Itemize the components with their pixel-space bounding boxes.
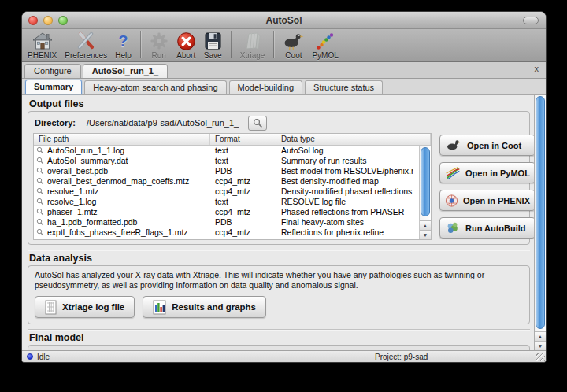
open-in-phenix-button[interactable]: Open in PHENIX [439, 190, 534, 211]
toolbar-button-xtriage[interactable]: Xtriage [236, 30, 269, 61]
column-header-file-path[interactable]: File path [34, 134, 210, 145]
status-led-icon [27, 353, 33, 360]
section-divider [28, 250, 530, 250]
table-row[interactable]: AutoSol_run_1_1.logtextAutoSol log [34, 146, 431, 156]
table-row[interactable]: overall_best.pdbPDBBest model from RESOL… [34, 166, 431, 176]
toolbar-button-save[interactable]: Save [200, 30, 226, 61]
open-in-coot-button[interactable]: Open in Coot [439, 135, 534, 156]
output-files-groupbox: Directory: /Users/nat/data/p9-sad/AutoSo… [28, 111, 530, 245]
data-type-cell: Best density-modified map [276, 176, 413, 187]
autosol-window: AutoSol PHENIX [21, 11, 547, 363]
table-scrollbar[interactable]: ▲ ▼ [419, 146, 431, 239]
file-path-cell: exptl_fobs_phases_freeR_flags_1.mtz [47, 227, 188, 238]
data-analysis-groupbox: AutoSol has analyzed your X-ray data wit… [28, 265, 530, 324]
section-tab-bar: Summary Heavy-atom search and phasing Mo… [22, 79, 546, 95]
format-cell: ccp4_mtz [210, 187, 276, 197]
format-cell: ccp4_mtz [210, 207, 276, 217]
toolbar-button-pymol[interactable]: PyMOL [308, 30, 342, 61]
toolbar-toggle-button[interactable] [523, 17, 539, 24]
toolbar-button-coot[interactable]: Coot [279, 30, 308, 61]
toolbar-button-help[interactable]: ? Help [111, 30, 135, 61]
data-type-cell: Best model from RESOLVE/phenix.refine [276, 166, 413, 176]
minimize-window-button[interactable] [43, 16, 53, 25]
column-header-data-type[interactable]: Data type [276, 134, 413, 145]
table-row[interactable]: resolve_1.logtextRESOLVE log file [34, 197, 431, 207]
resize-grip[interactable] [536, 353, 545, 361]
xtriage-log-file-button[interactable]: Xtriage log file [35, 296, 135, 318]
data-type-cell: Density-modified phased reflections fro.… [276, 187, 413, 197]
title-bar[interactable]: AutoSol [22, 12, 546, 29]
main-scrollbar-thumb[interactable] [536, 96, 545, 329]
magnifier-icon [36, 218, 44, 227]
scroll-up-icon[interactable]: ▲ [420, 220, 431, 230]
table-row[interactable]: exptl_fobs_phases_freeR_flags_1.mtzccp4_… [34, 227, 431, 238]
data-type-cell: Final heavy-atom sites [276, 217, 413, 227]
column-header-blank [413, 134, 431, 145]
tab-summary[interactable]: Summary [25, 80, 82, 94]
tab-close-icon[interactable]: x [535, 65, 539, 73]
data-type-cell: Summary of run results [276, 156, 413, 166]
phenix-home-icon [32, 31, 53, 51]
table-row[interactable]: AutoSol_summary.dattextSummary of run re… [34, 156, 431, 166]
toolbar-button-phenix[interactable]: PHENIX [24, 30, 61, 61]
file-path-cell: resolve_1.mtz [47, 187, 98, 197]
format-cell: text [210, 156, 276, 166]
output-files-heading: Output files [29, 98, 530, 109]
tab-heavy-atom[interactable]: Heavy-atom search and phasing [84, 80, 226, 94]
phenix-sphere-icon [445, 193, 458, 209]
column-header-format[interactable]: Format [210, 134, 276, 145]
toolbar-separator [231, 31, 232, 58]
data-type-cell: Reflections for phenix.refine [276, 227, 413, 238]
toolbar-button-abort[interactable]: Abort [172, 30, 200, 61]
toolbar-separator [273, 31, 274, 58]
data-type-cell: RESOLVE log file [276, 197, 413, 207]
save-floppy-icon [204, 31, 222, 51]
magnifier-icon [36, 177, 44, 186]
table-row[interactable]: overall_best_denmod_map_coeffs.mtzccp4_m… [34, 176, 431, 187]
toolbar-button-preferences[interactable]: Preferences [61, 30, 111, 61]
scroll-down-icon[interactable]: ▼ [535, 341, 546, 350]
format-cell: ccp4_mtz [210, 176, 276, 187]
close-window-button[interactable] [28, 16, 38, 25]
data-analysis-description: AutoSol has analyzed your X-ray data wit… [35, 270, 523, 290]
file-path-cell: overall_best_denmod_map_coeffs.mtz [47, 176, 189, 187]
magnifier-icon [36, 208, 44, 216]
table-row[interactable]: phaser_1.mtzccp4_mtzPhased reflections f… [34, 207, 431, 217]
browse-directory-button[interactable] [248, 116, 267, 131]
format-cell: ccp4_mtz [210, 227, 276, 238]
tab-configure[interactable]: Configure [24, 64, 81, 78]
file-path-cell: AutoSol_run_1_1.log [47, 146, 124, 156]
abort-icon [176, 31, 196, 51]
zoom-window-button[interactable] [58, 16, 68, 25]
magnifier-icon [36, 157, 44, 165]
table-header-row[interactable]: File path Format Data type [34, 134, 431, 146]
pymol-ribbon-icon [445, 165, 461, 181]
section-divider [28, 329, 530, 330]
run-autobuild-button[interactable]: Run AutoBuild [439, 217, 534, 239]
toolbar: PHENIX Preferences ? Help [22, 29, 546, 62]
open-in-pymol-button[interactable]: Open in PyMOL [439, 162, 534, 183]
run-tab-bar: Configure AutoSol_run_1_ x [22, 62, 546, 79]
preferences-tools-icon [76, 31, 96, 51]
status-text: Idle [37, 353, 50, 361]
xtriage-crystal-icon [243, 31, 262, 51]
tab-structure-status[interactable]: Structure status [305, 80, 383, 94]
format-cell: PDB [210, 166, 276, 176]
scroll-down-icon[interactable]: ▼ [420, 230, 431, 239]
toolbar-button-run[interactable]: Run [146, 30, 172, 61]
status-bar: Idle Project: p9-sad [22, 350, 546, 362]
table-row[interactable]: resolve_1.mtzccp4_mtzDensity-modified ph… [34, 187, 431, 197]
main-scrollbar[interactable]: ▲ ▼ [534, 95, 546, 350]
bar-graph-icon [153, 300, 166, 315]
scroll-up-icon[interactable]: ▲ [535, 331, 546, 341]
table-row[interactable]: ha_1.pdb_formatted.pdbPDBFinal heavy-ato… [34, 217, 431, 227]
tab-model-building[interactable]: Model-building [229, 80, 303, 94]
tab-autosol-run[interactable]: AutoSol_run_1_ [83, 64, 168, 78]
window-title: AutoSol [266, 15, 302, 26]
data-type-cell: Phased reflections from PHASER [276, 207, 413, 217]
table-scrollbar-thumb[interactable] [421, 147, 430, 216]
run-gear-icon [150, 31, 169, 51]
file-action-buttons: Open in Coot Open in PyMOL [439, 133, 534, 240]
magnifier-icon [36, 167, 44, 176]
results-and-graphs-button[interactable]: Results and graphs [143, 296, 266, 318]
